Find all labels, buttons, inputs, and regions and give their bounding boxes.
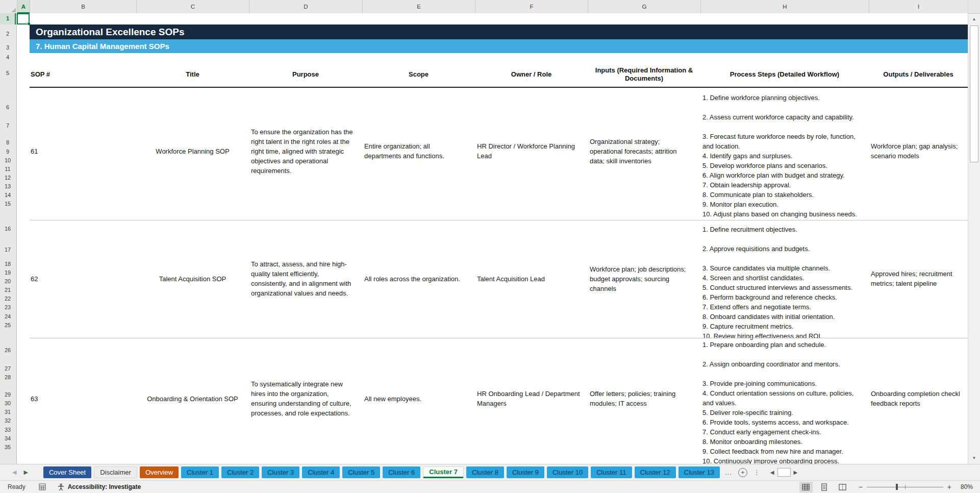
- scroll-left-icon[interactable]: ◀: [770, 470, 774, 475]
- cell-title-62[interactable]: Talent Acquisition SOP: [136, 274, 249, 284]
- row-header-10[interactable]: 10: [0, 157, 15, 163]
- cell-inputs-61[interactable]: Organizational strategy;operational fore…: [590, 137, 677, 166]
- zoom-out-icon[interactable]: −: [859, 483, 863, 491]
- horizontal-scrollbar-thumb[interactable]: [777, 468, 791, 477]
- row-header-18[interactable]: 18: [0, 261, 15, 267]
- cell-sop-number-62[interactable]: 62: [31, 274, 38, 284]
- sheet-tab-cluster-4[interactable]: Cluster 4: [302, 466, 340, 478]
- column-header-e[interactable]: E: [363, 0, 475, 13]
- cell-inputs-63[interactable]: Offer letters; policies; trainingmodules…: [590, 389, 675, 408]
- sheet-tab-disclaimer[interactable]: Disclaimer: [94, 466, 137, 478]
- cell-process-steps-62[interactable]: 1. Define recruitment objectives.2. Appr…: [702, 225, 852, 341]
- column-header-i[interactable]: I: [869, 0, 968, 13]
- sheet-tab-cluster-3[interactable]: Cluster 3: [262, 466, 299, 478]
- next-sheet-icon[interactable]: ▶: [23, 469, 28, 476]
- sheet-tab-cluster-8[interactable]: Cluster 8: [466, 466, 504, 478]
- cell-outputs-63[interactable]: Onboarding completion checklfeedback rep…: [871, 389, 968, 408]
- cell-purpose-63[interactable]: To systematically integrate newhires int…: [251, 379, 351, 418]
- row-header-24[interactable]: 24: [0, 313, 15, 319]
- cell-process-steps-61[interactable]: 1. Define workforce planning objectives.…: [702, 93, 857, 219]
- table-header-purpose[interactable]: Purpose: [249, 62, 362, 87]
- cell-owner-62[interactable]: Talent Acquisition Lead: [477, 274, 545, 284]
- row-header-16[interactable]: 16: [0, 226, 15, 232]
- row-header-13[interactable]: 13: [0, 183, 15, 189]
- macro-record-icon[interactable]: [39, 483, 46, 490]
- zoom-slider-thumb[interactable]: [896, 484, 898, 490]
- cell-sop-number-63[interactable]: 63: [31, 394, 38, 404]
- row-header-29[interactable]: 29: [0, 391, 15, 398]
- table-header-scope[interactable]: Scope: [362, 62, 475, 87]
- sheet-tab-cluster-11[interactable]: Cluster 11: [591, 466, 632, 478]
- column-header-f[interactable]: F: [475, 0, 588, 13]
- more-sheets-icon[interactable]: ...: [725, 469, 732, 476]
- row-header-7[interactable]: 7: [0, 122, 15, 129]
- cell-title-63[interactable]: Onboarding & Orientation SOP: [136, 394, 249, 404]
- normal-view-icon[interactable]: [799, 482, 813, 492]
- vertical-scrollbar-thumb[interactable]: [970, 26, 978, 162]
- sheet-tab-cluster-6[interactable]: Cluster 6: [383, 466, 420, 478]
- sheet-title-cell[interactable]: Organizational Excellence SOPs: [30, 24, 968, 39]
- row-header-6[interactable]: 6: [0, 104, 15, 110]
- row-header-9[interactable]: 9: [0, 149, 15, 155]
- cell-purpose-62[interactable]: To attract, assess, and hire high-qualit…: [251, 259, 351, 298]
- sheet-tab-cluster-5[interactable]: Cluster 5: [342, 466, 380, 478]
- sheet-tab-overview[interactable]: Overview: [140, 466, 179, 478]
- row-header-22[interactable]: 22: [0, 295, 15, 302]
- sheet-tab-cluster-13[interactable]: Cluster 13: [679, 466, 720, 478]
- row-header-19[interactable]: 19: [0, 269, 15, 276]
- sheet-tab-cluster-9[interactable]: Cluster 9: [507, 466, 544, 478]
- selected-cell-a1[interactable]: [17, 13, 30, 24]
- column-header-b[interactable]: B: [30, 0, 137, 13]
- cell-sop-number-61[interactable]: 61: [31, 146, 38, 156]
- cell-outputs-61[interactable]: Workforce plan; gap analysis;scenario mo…: [871, 141, 968, 161]
- sheet-tab-cluster-10[interactable]: Cluster 10: [547, 466, 588, 478]
- sheet-tab-cluster-2[interactable]: Cluster 2: [221, 466, 259, 478]
- row-header-27[interactable]: 27: [0, 365, 15, 372]
- row-header-32[interactable]: 32: [0, 417, 15, 424]
- column-header-a[interactable]: A: [17, 0, 30, 13]
- table-header-outputs-deliverables[interactable]: Outputs / Deliverables: [869, 62, 968, 87]
- worksheet-canvas[interactable]: Organizational Excellence SOPs 7. Human …: [17, 13, 968, 464]
- row-header-15[interactable]: 15: [0, 201, 15, 207]
- cell-scope-61[interactable]: Entire organization; alldepartments and …: [364, 141, 444, 161]
- page-layout-view-icon[interactable]: [818, 482, 831, 492]
- sheet-tab-cluster-12[interactable]: Cluster 12: [635, 466, 676, 478]
- row-header-23[interactable]: 23: [0, 304, 15, 310]
- row-header-35[interactable]: 35: [0, 444, 15, 450]
- row-header-8[interactable]: 8: [0, 139, 15, 145]
- row-header-11[interactable]: 11: [0, 166, 15, 172]
- scroll-right-icon[interactable]: ▶: [794, 470, 798, 475]
- row-header-28[interactable]: 28: [0, 374, 15, 380]
- column-header-h[interactable]: H: [701, 0, 869, 13]
- cell-process-steps-63[interactable]: 1. Prepare onboarding plan and schedule.…: [702, 340, 853, 464]
- vertical-scrollbar[interactable]: ▲ ▼: [968, 0, 980, 464]
- horizontal-scrollbar[interactable]: ◀ ▶: [770, 468, 797, 477]
- row-header-26[interactable]: 26: [0, 347, 15, 353]
- cell-owner-61[interactable]: HR Director / Workforce PlanningLead: [477, 141, 575, 161]
- row-header-34[interactable]: 34: [0, 435, 15, 441]
- sheet-tab-cluster-7[interactable]: Cluster 7: [423, 466, 464, 478]
- zoom-in-icon[interactable]: +: [947, 483, 951, 491]
- row-header-3[interactable]: 3: [0, 44, 15, 51]
- table-header-inputs-required[interactable]: Inputs (Required Information & Documents…: [588, 62, 700, 87]
- sheet-tab-cover-sheet[interactable]: Cover Sheet: [43, 466, 91, 478]
- zoom-slider[interactable]: [867, 483, 943, 490]
- row-header-30[interactable]: 30: [0, 400, 15, 406]
- tab-options-icon[interactable]: ⋮: [753, 469, 760, 476]
- new-sheet-button[interactable]: +: [738, 468, 747, 477]
- column-header-d[interactable]: D: [249, 0, 363, 13]
- cell-scope-62[interactable]: All roles across the organization.: [364, 274, 460, 284]
- sheet-tab-cluster-1[interactable]: Cluster 1: [181, 466, 219, 478]
- table-header-title[interactable]: Title: [136, 62, 249, 87]
- cell-inputs-62[interactable]: Workforce plan; job descriptions;budget …: [590, 264, 686, 293]
- row-header-31[interactable]: 31: [0, 409, 15, 415]
- column-header-c[interactable]: C: [137, 0, 249, 13]
- prev-sheet-icon[interactable]: ◀: [12, 469, 16, 476]
- row-header-4[interactable]: 4: [0, 54, 15, 60]
- row-header-20[interactable]: 20: [0, 278, 15, 284]
- row-header-12[interactable]: 12: [0, 175, 15, 181]
- scroll-down-icon[interactable]: ▼: [968, 453, 980, 463]
- page-break-preview-icon[interactable]: [836, 482, 849, 492]
- table-header-owner-role[interactable]: Owner / Role: [475, 62, 588, 87]
- row-header-25[interactable]: 25: [0, 322, 15, 328]
